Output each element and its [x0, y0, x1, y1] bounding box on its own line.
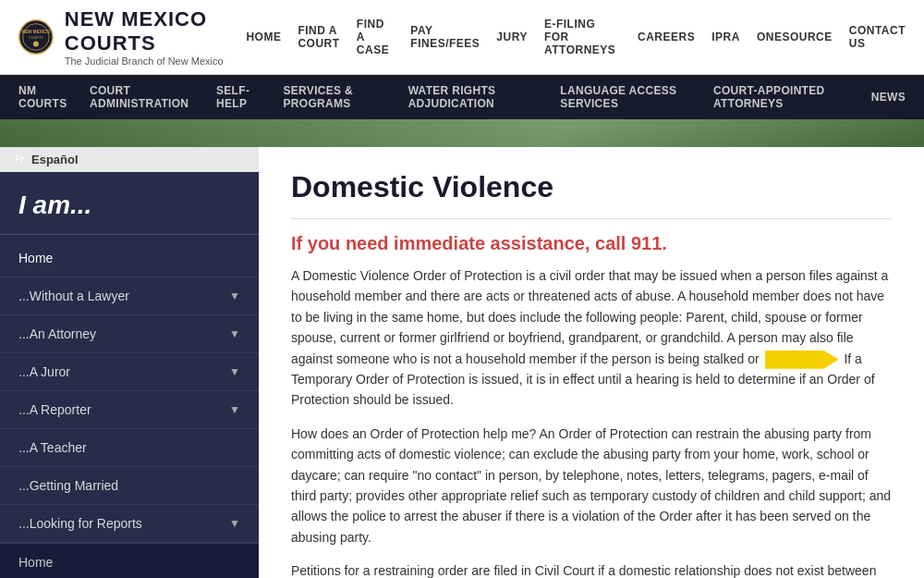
nav-pay-fines[interactable]: PAY FINES/FEES — [410, 24, 480, 50]
espanol-bar: 🏳 Español — [0, 147, 259, 172]
nav-home[interactable]: HOME — [246, 31, 281, 43]
sidebar-item-label: ...A Teacher — [18, 440, 87, 455]
sec-nav-self-help[interactable]: SELF-HELP — [207, 75, 274, 119]
flag-icon: 🏳 — [14, 153, 26, 166]
sidebar-item-label: ...Getting Married — [18, 478, 118, 493]
sidebar-item-label: ...Without a Lawyer — [18, 289, 129, 303]
site-title: NEW MEXICO COURTS — [65, 7, 247, 55]
top-navigation: HOME FIND A COURT FIND A CASE PAY FINES/… — [246, 18, 906, 56]
sidebar-title: I am... — [0, 172, 259, 229]
sidebar-item-home[interactable]: Home — [0, 240, 259, 277]
court-seal-icon: NEW MEXICO COURTS — [18, 14, 54, 60]
espanol-link[interactable]: Español — [31, 153, 79, 166]
sec-nav-water-rights[interactable]: WATER RIGHTS ADJUDICATION — [399, 75, 552, 119]
hero-image — [0, 119, 924, 147]
main-layout: 🏳 Español I am... Home ...Without a Lawy… — [0, 147, 924, 578]
nav-find-case[interactable]: FIND A CASE — [357, 18, 395, 56]
svg-point-4 — [33, 42, 39, 47]
sidebar-item-label: ...Looking for Reports — [18, 516, 142, 531]
sec-nav-court-appointed[interactable]: COURT-APPOINTED ATTORNEYS — [704, 75, 862, 119]
sec-nav-language[interactable]: LANGUAGE ACCESS SERVICES — [551, 75, 704, 119]
sec-nav-news[interactable]: NEWS — [862, 81, 915, 113]
nav-onesource[interactable]: ONESOURCE — [757, 31, 833, 43]
paragraph-3: Petitions for a restraining order are fi… — [291, 560, 892, 578]
sidebar-item-attorney[interactable]: ...An Attorney ▼ — [0, 315, 259, 353]
sidebar-item-label: ...A Juror — [18, 364, 70, 379]
main-content: Domestic Violence If you need immediate … — [259, 147, 924, 578]
svg-text:COURTS: COURTS — [29, 36, 43, 40]
yellow-arrow-annotation — [765, 350, 839, 369]
sec-nav-services[interactable]: SERVICES & PROGRAMS — [274, 75, 399, 119]
logo-area: NEW MEXICO COURTS NEW MEXICO COURTS The … — [18, 7, 246, 67]
sec-nav-nm-courts[interactable]: NM COURTS — [9, 75, 80, 119]
paragraph-1: A Domestic Violence Order of Protection … — [291, 265, 892, 411]
paragraph-2: How does an Order of Protection help me?… — [291, 424, 892, 547]
sidebar-item-without-lawyer[interactable]: ...Without a Lawyer ▼ — [0, 277, 259, 315]
site-subtitle: The Judicial Branch of New Mexico — [65, 55, 247, 67]
secondary-navigation: NM COURTS COURT ADMINISTRATION SELF-HELP… — [0, 75, 924, 119]
nav-efiling[interactable]: E-FILING FOR ATTORNEYS — [544, 18, 621, 56]
sidebar-item-reporter[interactable]: ...A Reporter ▼ — [0, 391, 259, 429]
urgent-heading: If you need immediate assistance, call 9… — [291, 233, 892, 254]
sidebar-divider — [0, 234, 259, 235]
nav-ipra[interactable]: IPRA — [711, 31, 740, 43]
top-header: NEW MEXICO COURTS NEW MEXICO COURTS The … — [0, 0, 924, 75]
chevron-down-icon: ▼ — [229, 289, 240, 302]
page-title: Domestic Violence — [291, 170, 892, 219]
sidebar-bottom-home[interactable]: Home — [0, 543, 259, 578]
nav-careers[interactable]: CAREERS — [638, 31, 695, 43]
chevron-down-icon: ▼ — [229, 403, 240, 416]
sidebar-item-label: ...An Attorney — [18, 326, 96, 341]
sidebar-item-teacher[interactable]: ...A Teacher — [0, 429, 259, 467]
sidebar-item-getting-married[interactable]: ...Getting Married — [0, 467, 259, 505]
svg-text:NEW MEXICO: NEW MEXICO — [22, 30, 50, 34]
sidebar-item-looking-for-reports[interactable]: ...Looking for Reports ▼ — [0, 505, 259, 543]
nav-jury[interactable]: JURY — [496, 31, 528, 43]
sidebar-item-label: Home — [18, 251, 53, 265]
logo-text: NEW MEXICO COURTS The Judicial Branch of… — [65, 7, 247, 67]
nav-contact[interactable]: CONTACT US — [849, 24, 906, 50]
chevron-down-icon: ▼ — [229, 517, 240, 530]
sidebar-item-juror[interactable]: ...A Juror ▼ — [0, 353, 259, 391]
nav-find-court[interactable]: FIND A COURT — [298, 24, 339, 50]
sidebar: 🏳 Español I am... Home ...Without a Lawy… — [0, 147, 259, 578]
chevron-down-icon: ▼ — [229, 365, 240, 378]
chevron-down-icon: ▼ — [229, 327, 240, 340]
sec-nav-court-admin[interactable]: COURT ADMINISTRATION — [80, 75, 207, 119]
sidebar-item-label: ...A Reporter — [18, 402, 91, 417]
